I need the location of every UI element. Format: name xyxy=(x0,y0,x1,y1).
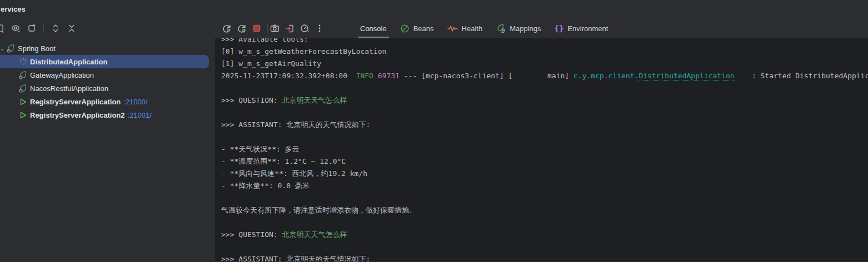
console-line: >>> ASSISTANT: 北京明天的天气情况如下: xyxy=(221,253,868,261)
add-service-icon[interactable] xyxy=(26,23,37,34)
toolbar-divider xyxy=(267,23,268,33)
console-line: [0] w_m_s_getWeatherForecastByLocation xyxy=(221,46,868,58)
console-text: --- [mcp-nacos3-client] [ main] xyxy=(400,72,573,80)
console-text: : Started DistributedApplication xyxy=(735,72,868,80)
tab-mappings[interactable]: Mappings xyxy=(489,18,547,38)
console-text: 北京明天天气怎么样 xyxy=(282,96,347,104)
expand-all-icon[interactable] xyxy=(50,23,61,34)
show-options-eye-icon[interactable] xyxy=(10,23,21,34)
spring-boot-icon xyxy=(6,44,16,53)
console-text: >>> QUESTION: xyxy=(221,230,282,239)
services-sidebar: ⌄Spring BootDistributedApplicationGatewa… xyxy=(0,18,215,261)
tree-node-spring-boot[interactable]: ⌄Spring Boot xyxy=(0,42,215,55)
tree-item-label: NacosRestfulApplication xyxy=(30,84,108,93)
console-text: - **风向与风速**: 西北风，约19.2 km/h xyxy=(221,169,367,178)
services-tree: ⌄Spring BootDistributedApplicationGatewa… xyxy=(0,38,215,122)
console-text: 气温较今天有所下降，请注意适时增添衣物，做好保暖措施。 xyxy=(221,206,416,214)
console-text: >>> ASSISTANT: 北京明天的天气情况如下: xyxy=(221,120,370,129)
run-console-panel: ConsoleBeansHealthMappings{}Environment … xyxy=(215,18,868,261)
tab-label: Health xyxy=(462,24,483,33)
console-line: - **降水量**: 0.0 毫米 xyxy=(221,180,868,192)
console-line: [1] w_m_s_getAirQuality xyxy=(221,58,868,70)
tab-label: Mappings xyxy=(510,24,541,33)
console-line: - **天气状况**: 多云 xyxy=(221,143,868,155)
tab-console[interactable]: Console xyxy=(353,18,393,38)
tree-node-gatewayapplication[interactable]: GatewayApplication xyxy=(0,68,215,82)
tab-label: Environment xyxy=(567,24,608,33)
console-class-link[interactable]: DistributedApplication xyxy=(638,72,734,80)
console-line: >>> QUESTION: 北京明天天气怎么样 xyxy=(221,94,868,107)
console-line xyxy=(221,107,868,119)
actuator-gauge-icon[interactable] xyxy=(299,23,310,34)
tree-node-nacosrestfulapplication[interactable]: NacosRestfulApplication xyxy=(0,82,215,95)
spinner-icon xyxy=(18,57,28,67)
tab-environment[interactable]: {}Environment xyxy=(548,18,615,38)
tree-node-registryserverapplication[interactable]: RegistryServerApplication:21000/ xyxy=(0,95,215,108)
console-text: - **天气状况**: 多云 xyxy=(221,145,300,153)
console-line xyxy=(221,216,868,229)
console-text: - **降水量**: 0.0 毫米 xyxy=(221,182,310,190)
spring-leaf-icon xyxy=(18,84,28,93)
pulse-icon xyxy=(447,24,458,33)
toolbar-divider xyxy=(43,23,44,33)
console-line: - **风向与风速**: 西北风，约19.2 km/h xyxy=(221,168,868,180)
console-tabs: ConsoleBeansHealthMappings{}Environment xyxy=(353,18,615,38)
tree-node-registryserverapplication2[interactable]: RegistryServerApplication2:21001/ xyxy=(0,108,215,122)
console-line xyxy=(221,131,868,143)
console-text: 北京明天天气怎么样 xyxy=(282,230,347,239)
console-text xyxy=(373,72,378,80)
view-mode-icon[interactable] xyxy=(0,23,5,34)
collapse-all-icon[interactable] xyxy=(66,23,77,34)
sidebar-toolbar xyxy=(0,18,215,38)
console-text: 2025-11-23T17:09:32.392+08:00 xyxy=(221,72,352,80)
play-icon xyxy=(18,110,28,120)
console-line: >>> ASSISTANT: 北京明天的天气情况如下: xyxy=(221,119,868,131)
console-toolbar: ConsoleBeansHealthMappings{}Environment xyxy=(215,18,868,38)
exit-icon[interactable] xyxy=(284,23,295,34)
chevron-down-icon[interactable]: ⌄ xyxy=(0,46,6,52)
tab-label: Console xyxy=(360,24,387,33)
console-line: - **温度范围**: 1.2°C ~ 12.0°C xyxy=(221,155,868,168)
tree-item-label: RegistryServerApplication xyxy=(30,98,121,106)
console-text: >>> ASSISTANT: 北京明天的天气情况如下: xyxy=(221,255,370,261)
tree-item-label: RegistryServerApplication2 xyxy=(30,111,125,119)
play-icon xyxy=(18,97,28,107)
tab-beans[interactable]: Beans xyxy=(393,18,441,38)
bean-icon xyxy=(400,24,410,33)
tree-node-distributedapplication[interactable]: DistributedApplication xyxy=(0,55,215,68)
rerun-icon[interactable] xyxy=(221,23,232,34)
console-text: 69731 xyxy=(378,72,400,80)
console-text: >>> QUESTION: xyxy=(221,96,282,104)
leaf-globe-icon xyxy=(496,24,506,33)
console-line xyxy=(221,82,868,94)
services-toolwindow-header: ervices xyxy=(0,0,868,18)
console-text: [1] w_m_s_getAirQuality xyxy=(221,59,321,68)
console-line: >>> QUESTION: 北京明天天气怎么样 xyxy=(221,229,868,241)
active-tab-underline xyxy=(358,37,389,38)
stop-icon[interactable] xyxy=(251,23,262,34)
service-port-link[interactable]: :21001/ xyxy=(128,111,152,119)
more-options-kebab-icon[interactable] xyxy=(314,23,325,34)
rerun-debug-icon[interactable] xyxy=(236,23,247,34)
tree-item-label: GatewayApplication xyxy=(30,71,94,79)
console-text: [0] w_m_s_getWeatherForecastByLocation xyxy=(221,47,386,56)
console-text: INFO xyxy=(352,72,373,80)
tab-health[interactable]: Health xyxy=(441,18,490,38)
console-text: - **温度范围**: 1.2°C ~ 12.0°C xyxy=(221,157,346,165)
console-line xyxy=(221,192,868,204)
tab-label: Beans xyxy=(413,24,434,33)
toolwindow-title: ervices xyxy=(0,5,26,13)
console-output[interactable]: >>> Available tools:[0] w_m_s_getWeather… xyxy=(215,33,868,261)
console-line: 气温较今天有所下降，请注意适时增添衣物，做好保暖措施。 xyxy=(221,204,868,216)
spring-leaf-icon xyxy=(18,70,28,80)
thread-dump-camera-icon[interactable] xyxy=(269,23,280,34)
tree-item-label: Spring Boot xyxy=(18,44,56,53)
console-text: c.y.mcp.client. xyxy=(573,72,638,80)
tree-item-label: DistributedApplication xyxy=(30,58,107,66)
console-line: 2025-11-23T17:09:32.392+08:00 INFO 69731… xyxy=(221,70,868,82)
console-line xyxy=(221,241,868,253)
service-port-link[interactable]: :21000/ xyxy=(123,98,147,106)
braces-icon: {} xyxy=(555,24,564,33)
